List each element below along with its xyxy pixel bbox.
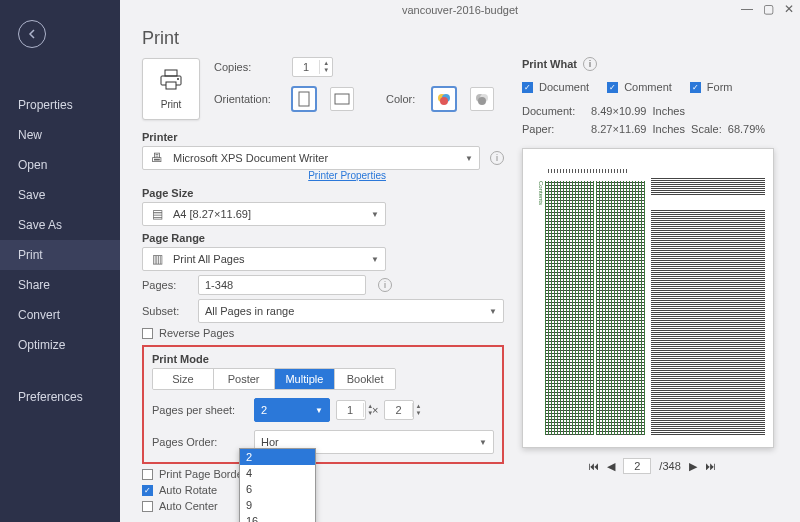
preview-pager: ⏮ ◀ 2 /348 ▶ ⏭ xyxy=(522,458,782,474)
copies-stepper[interactable]: 1 ▲▼ xyxy=(292,57,333,77)
svg-point-11 xyxy=(478,97,486,105)
close-button[interactable]: ✕ xyxy=(784,2,794,16)
print-what-comment-checkbox[interactable]: ✓Comment xyxy=(607,81,672,93)
copies-value: 1 xyxy=(293,61,319,73)
chevron-down-icon: ▼ xyxy=(371,210,379,219)
print-mode-section: Print Mode Size Poster Multiple Booklet … xyxy=(142,345,504,464)
svg-rect-2 xyxy=(166,82,176,89)
grid-b-stepper[interactable]: 2▲▼ xyxy=(384,400,414,420)
auto-rotate-label: Auto Rotate xyxy=(159,484,217,496)
chevron-down-icon: ▼ xyxy=(371,255,379,264)
info-icon[interactable]: i xyxy=(378,278,392,292)
pages-input[interactable] xyxy=(198,275,366,295)
right-column: Print What i ✓Document ✓Comment ✓Form Do… xyxy=(522,57,782,516)
reverse-pages-checkbox[interactable]: Reverse Pages xyxy=(142,327,504,339)
print-what-meta: Document: 8.49×10.99 Inches Paper: 8.27×… xyxy=(522,103,782,138)
subset-label: Subset: xyxy=(142,305,192,317)
page-size-section-title: Page Size xyxy=(142,187,504,199)
pages-per-sheet-select[interactable]: 2 ▼ xyxy=(254,398,330,422)
sidebar-item-print[interactable]: Print xyxy=(0,240,120,270)
dropdown-option[interactable]: 9 xyxy=(240,497,315,513)
printer-select[interactable]: 🖶 Microsoft XPS Document Writer ▼ xyxy=(142,146,480,170)
subset-value: All Pages in range xyxy=(205,305,489,317)
pager-total: /348 xyxy=(659,460,680,472)
info-icon[interactable]: i xyxy=(490,151,504,165)
orientation-portrait-button[interactable] xyxy=(292,87,316,111)
maximize-button[interactable]: ▢ xyxy=(763,2,774,16)
sidebar-item-preferences[interactable]: Preferences xyxy=(0,382,120,412)
auto-center-checkbox[interactable]: Auto Center xyxy=(142,500,504,512)
page-range-value: Print All Pages xyxy=(173,253,371,265)
pages-per-sheet-dropdown[interactable]: 2 4 6 9 16 Custom... xyxy=(239,448,316,522)
chevron-down-icon: ▼ xyxy=(489,307,497,316)
color-color-button[interactable] xyxy=(432,87,456,111)
sidebar-item-share[interactable]: Share xyxy=(0,270,120,300)
sidebar-item-label: Convert xyxy=(18,308,60,322)
chevron-down-icon: ▼ xyxy=(315,406,323,415)
minimize-button[interactable]: — xyxy=(741,2,753,16)
dropdown-option[interactable]: 2 xyxy=(240,449,315,465)
page-size-select[interactable]: ▤ A4 [8.27×11.69] ▼ xyxy=(142,202,386,226)
print-button[interactable]: Print xyxy=(142,58,200,120)
dropdown-option[interactable]: 6 xyxy=(240,481,315,497)
orientation-label: Orientation: xyxy=(214,93,282,105)
checkbox-icon xyxy=(142,501,153,512)
page-size-value: A4 [8.27×11.69] xyxy=(173,208,371,220)
chevron-up-icon[interactable]: ▲ xyxy=(320,60,332,67)
print-what-title: Print What i xyxy=(522,57,782,71)
subset-select[interactable]: All Pages in range ▼ xyxy=(198,299,504,323)
color-gray-button[interactable] xyxy=(470,87,494,111)
sidebar-item-label: Open xyxy=(18,158,47,172)
printer-section-title: Printer xyxy=(142,131,504,143)
tab-booklet[interactable]: Booklet xyxy=(335,369,395,389)
sidebar-item-optimize[interactable]: Optimize xyxy=(0,330,120,360)
chevron-down-icon: ▼ xyxy=(479,438,487,447)
times-symbol: × xyxy=(372,404,378,416)
printer-icon: 🖶 xyxy=(149,151,165,165)
reverse-pages-label: Reverse Pages xyxy=(159,327,234,339)
tab-size[interactable]: Size xyxy=(153,369,214,389)
copies-label: Copies: xyxy=(214,61,282,73)
sidebar-item-open[interactable]: Open xyxy=(0,150,120,180)
print-page-border-checkbox[interactable]: Print Page Border xyxy=(142,468,504,480)
sidebar-item-new[interactable]: New xyxy=(0,120,120,150)
print-mode-title: Print Mode xyxy=(152,353,494,365)
checkbox-icon xyxy=(142,469,153,480)
page-range-select[interactable]: ▥ Print All Pages ▼ xyxy=(142,247,386,271)
svg-rect-5 xyxy=(335,94,349,104)
pager-first-button[interactable]: ⏮ xyxy=(588,460,599,472)
page-icon: ▤ xyxy=(149,207,165,221)
sidebar-item-label: Optimize xyxy=(18,338,65,352)
grid-a-stepper[interactable]: 1▲▼ xyxy=(336,400,366,420)
svg-point-8 xyxy=(440,97,448,105)
pager-next-button[interactable]: ▶ xyxy=(689,460,697,473)
back-button[interactable] xyxy=(18,20,46,48)
auto-rotate-checkbox[interactable]: ✓ Auto Rotate xyxy=(142,484,504,496)
info-icon[interactable]: i xyxy=(583,57,597,71)
page-range-section-title: Page Range xyxy=(142,232,504,244)
dropdown-option[interactable]: 4 xyxy=(240,465,315,481)
print-what-document-checkbox[interactable]: ✓Document xyxy=(522,81,589,93)
pager-prev-button[interactable]: ◀ xyxy=(607,460,615,473)
auto-center-label: Auto Center xyxy=(159,500,218,512)
chevron-down-icon[interactable]: ▼ xyxy=(320,67,332,74)
sidebar-item-properties[interactable]: Properties xyxy=(0,90,120,120)
pages-label: Pages: xyxy=(142,279,192,291)
tab-multiple[interactable]: Multiple xyxy=(275,369,336,389)
sidebar-item-label: Preferences xyxy=(18,390,83,404)
sidebar-item-save[interactable]: Save xyxy=(0,180,120,210)
pager-page-input[interactable]: 2 xyxy=(623,458,651,474)
pager-last-button[interactable]: ⏭ xyxy=(705,460,716,472)
pages-icon: ▥ xyxy=(149,252,165,266)
printer-properties-link[interactable]: Printer Properties xyxy=(142,170,386,181)
print-preview: Contents xyxy=(522,148,774,448)
color-label: Color: xyxy=(386,93,422,105)
pages-per-sheet-value: 2 xyxy=(261,404,315,416)
orientation-landscape-button[interactable] xyxy=(330,87,354,111)
sidebar-item-save-as[interactable]: Save As xyxy=(0,210,120,240)
dropdown-option[interactable]: 16 xyxy=(240,513,315,522)
sidebar-item-convert[interactable]: Convert xyxy=(0,300,120,330)
print-what-form-checkbox[interactable]: ✓Form xyxy=(690,81,733,93)
tab-poster[interactable]: Poster xyxy=(214,369,275,389)
print-page-border-label: Print Page Border xyxy=(159,468,246,480)
